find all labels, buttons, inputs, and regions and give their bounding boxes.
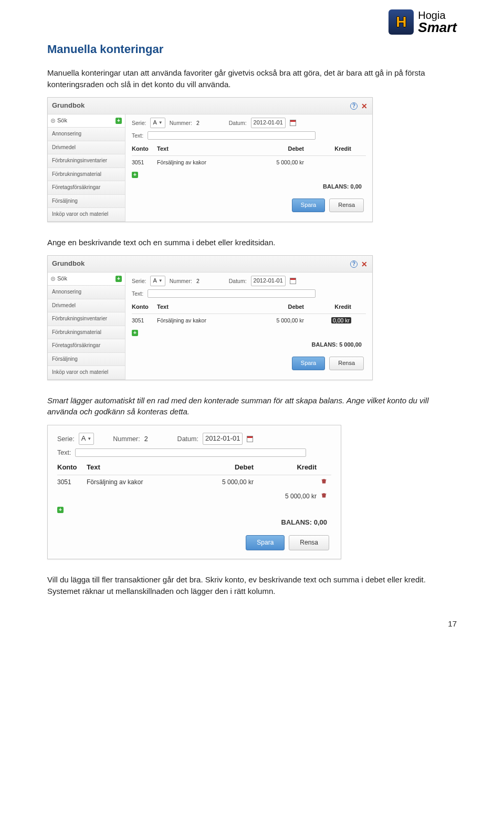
text-label: Text: <box>57 448 71 457</box>
brand-name-2: Smart <box>418 20 457 34</box>
balans-row: BALANS: 0,00 <box>57 516 331 530</box>
sidebar-search-label: Sök <box>57 117 113 125</box>
clear-button[interactable]: Rensa <box>329 357 364 370</box>
paragraph-3: Smart lägger automatiskt till en rad med… <box>47 395 457 418</box>
col-kredit: Kredit <box>258 463 321 473</box>
col-debet: Debet <box>195 463 258 473</box>
col-text: Text <box>157 303 261 311</box>
sidebar-item[interactable]: Förbrukningsmaterial <box>48 168 125 182</box>
sidebar-item[interactable]: Annonsering <box>48 286 125 299</box>
save-button[interactable]: Spara <box>292 199 325 212</box>
chevron-down-icon: ▼ <box>159 278 163 284</box>
table-row-new[interactable]: + <box>132 169 366 181</box>
datum-label: Datum: <box>229 119 247 127</box>
calendar-icon[interactable] <box>290 278 296 284</box>
add-favorite-button[interactable]: + <box>116 118 122 124</box>
nummer-value: 2 <box>144 434 148 444</box>
sidebar-item[interactable]: Drivmedel <box>48 141 125 155</box>
radio-icon[interactable] <box>51 119 55 123</box>
add-row-button[interactable]: + <box>132 330 138 336</box>
datum-label: Datum: <box>229 277 247 285</box>
calendar-icon[interactable] <box>247 436 253 442</box>
paragraph-4: Vill du lägga till fler transaktioner gå… <box>47 574 457 597</box>
datum-input[interactable]: 2012-01-01 <box>251 276 286 286</box>
delete-row-icon[interactable] <box>321 492 327 498</box>
nummer-value: 2 <box>196 277 200 285</box>
section-title: Manuella konteringar <box>47 41 457 58</box>
col-kredit: Kredit <box>308 145 355 153</box>
balans-row: BALANS: 5 000,00 <box>132 339 366 351</box>
sidebar-item[interactable]: Annonsering <box>48 128 125 141</box>
close-icon[interactable]: ✕ <box>361 102 368 110</box>
clear-button[interactable]: Rensa <box>289 535 329 550</box>
brand-badge-letter: H <box>396 12 406 33</box>
table-row[interactable]: 3051 Försäljning av kakor 5 000,00 kr <box>132 156 366 169</box>
clear-button[interactable]: Rensa <box>329 199 364 212</box>
cell-text: Försäljning av kakor <box>157 317 261 325</box>
sidebar-item[interactable]: Företagsförsäkringar <box>48 181 125 195</box>
serie-label: Serie: <box>132 277 146 285</box>
serie-dropdown[interactable]: A▼ <box>150 276 165 286</box>
cell-kredit: 0,00 kr <box>308 317 355 325</box>
text-input[interactable] <box>148 131 316 140</box>
table-row[interactable]: 3051 Försäljning av kakor 5 000,00 kr <box>57 475 331 489</box>
cell-debet: 5 000,00 kr <box>261 159 308 166</box>
screenshot-grundbok-3: Serie: A▼ Nummer: 2 Datum: 2012-01-01 Te… <box>47 425 341 559</box>
serie-dropdown[interactable]: A▼ <box>150 118 165 128</box>
nummer-label: Nummer: <box>170 119 192 127</box>
table-row-new[interactable]: + <box>57 504 331 516</box>
datum-input[interactable]: 2012-01-01 <box>203 433 243 445</box>
screenshot-grundbok-1: Grundbok ? ✕ Sök + Annonsering Drivmedel… <box>47 97 373 222</box>
table-row-new[interactable]: + <box>132 327 366 339</box>
sidebar-item[interactable]: Förbrukningsinventarier <box>48 312 125 326</box>
sidebar-item[interactable]: Försäljning <box>48 353 125 367</box>
sidebar-item[interactable]: Företagsförsäkringar <box>48 339 125 353</box>
col-konto: Konto <box>132 303 157 311</box>
sidebar-item[interactable]: Inköp varor och materiel <box>48 208 125 222</box>
cell-text: Försäljning av kakor <box>87 478 195 487</box>
sidebar-item[interactable]: Försäljning <box>48 195 125 208</box>
datum-label: Datum: <box>177 434 198 444</box>
paragraph-2: Ange en beskrivande text och en summa i … <box>47 237 457 248</box>
datum-input[interactable]: 2012-01-01 <box>251 118 286 128</box>
brand-logo: H Hogia Smart <box>388 9 457 35</box>
delete-row-icon[interactable] <box>321 478 327 484</box>
screenshot-grundbok-2: Grundbok ? ✕ Sök + Annonsering Drivmedel… <box>47 255 373 380</box>
panel-title: Grundbok <box>52 259 85 269</box>
paragraph-1: Manuella konteringar utan att använda fa… <box>47 67 457 90</box>
table-header: Konto Text Debet Kredit <box>132 301 366 314</box>
brand-header: H Hogia Smart <box>47 9 457 35</box>
save-button[interactable]: Spara <box>246 535 285 550</box>
calendar-icon[interactable] <box>290 120 296 126</box>
sidebar-item[interactable]: Förbrukningsmaterial <box>48 326 125 340</box>
help-icon[interactable]: ? <box>350 260 358 268</box>
sidebar-item[interactable]: Förbrukningsinventarier <box>48 154 125 168</box>
add-row-button[interactable]: + <box>132 172 138 178</box>
cell-konto: 3051 <box>57 478 87 487</box>
col-debet: Debet <box>261 303 308 311</box>
table-row[interactable]: 3051 Försäljning av kakor 5 000,00 kr 0,… <box>132 314 366 327</box>
text-input[interactable] <box>75 448 306 457</box>
add-favorite-button[interactable]: + <box>116 276 122 282</box>
help-icon[interactable]: ? <box>350 102 358 110</box>
favorites-sidebar: Sök + Annonsering Drivmedel Förbruknings… <box>48 114 125 221</box>
cell-debet: 5 000,00 kr <box>261 317 308 325</box>
serie-label: Serie: <box>57 434 75 444</box>
add-row-button[interactable]: + <box>57 507 64 513</box>
text-input[interactable] <box>148 289 316 298</box>
save-button[interactable]: Spara <box>292 357 325 370</box>
close-icon[interactable]: ✕ <box>361 260 368 268</box>
chevron-down-icon: ▼ <box>87 436 91 442</box>
cell-debet: 5 000,00 kr <box>195 478 258 487</box>
radio-icon[interactable] <box>51 277 55 281</box>
serie-label: Serie: <box>132 119 146 127</box>
sidebar-item[interactable]: Inköp varor och materiel <box>48 366 125 380</box>
nummer-value: 2 <box>196 119 200 127</box>
col-kredit: Kredit <box>308 303 355 311</box>
sidebar-search-label: Sök <box>57 275 113 283</box>
brand-name-1: Hogia <box>418 10 457 20</box>
table-row[interactable]: 5 000,00 kr <box>57 489 331 504</box>
col-text: Text <box>87 463 195 473</box>
serie-dropdown[interactable]: A▼ <box>79 433 94 445</box>
sidebar-item[interactable]: Drivmedel <box>48 299 125 313</box>
